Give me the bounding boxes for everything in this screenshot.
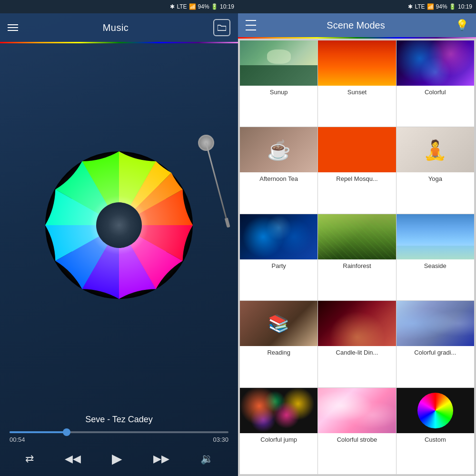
bluetooth-icon-right: ✱ [408,3,413,10]
repeat-button[interactable]: ⇄ [25,453,34,465]
status-bar-right: ✱ LTE 📶 94% 🔋 10:19 [238,0,476,13]
progress-thumb [63,428,70,436]
wheel-area [0,43,238,407]
scene-image-seaside [397,214,474,259]
time-right: 10:19 [458,3,472,10]
progress-fill [10,431,67,433]
signal-bars-right: 📶 [427,3,434,10]
scene-label-colorful-strobe: Colorful strobe [335,433,379,446]
scene-item-rainforest[interactable]: Rainforest [318,214,396,300]
music-title: Music [103,22,129,33]
total-time: 03:30 [213,436,228,443]
scene-label-yoga: Yoga [426,172,444,185]
music-panel: Music [0,13,238,476]
scene-grid-wrapper: Sunup Sunset Colorful Afternoon Tea [238,39,476,476]
time-row: 00:54 03:30 [10,436,228,443]
scene-image-colorful [397,40,474,86]
scene-grid: Sunup Sunset Colorful Afternoon Tea [238,39,476,476]
status-bar-left: ✱ LTE 📶 94% 🔋 10:19 [0,0,238,13]
scene-image-colorful-jump [240,388,317,433]
tonearm [171,135,214,230]
scene-title: Scene Modes [327,20,385,31]
bluetooth-icon-left: ✱ [170,3,175,10]
song-title: Seve - Tez Cadey [10,415,228,425]
scene-image-custom [397,388,474,433]
scene-item-sunset[interactable]: Sunset [318,40,396,127]
main-content: Music [0,13,476,476]
scene-image-sunset [318,40,396,86]
scene-label-seaside: Seaside [422,259,448,272]
scene-item-candle[interactable]: Candle-lit Din... [318,301,396,387]
scene-item-colorful[interactable]: Colorful [397,40,474,127]
scene-image-sunup [240,40,317,86]
scene-label-sunup: Sunup [268,86,290,99]
scene-image-colorful-grad [397,301,474,346]
scene-label-colorful-jump: Colorful jump [258,433,299,446]
next-button[interactable]: ▶▶ [153,453,169,465]
scene-label-custom: Custom [423,433,448,446]
scene-menu-icon[interactable] [246,20,256,30]
signal-bars-left: 📶 [189,3,196,10]
bulb-icon[interactable]: 💡 [456,19,468,31]
menu-icon[interactable] [8,24,18,31]
svg-point-2 [96,202,142,248]
scene-item-colorful-grad[interactable]: Colorful gradi... [397,301,474,387]
scene-item-colorful-strobe[interactable]: Colorful strobe [318,388,396,474]
status-bar: ✱ LTE 📶 94% 🔋 10:19 ✱ LTE 📶 94% 🔋 10:19 [0,0,476,13]
scene-header: Scene Modes 💡 [238,13,476,39]
current-time: 00:54 [10,436,25,443]
prev-button[interactable]: ◀◀ [65,453,81,465]
play-button[interactable]: ▶ [112,451,122,466]
scene-label-party: Party [269,259,288,272]
scene-image-afternoon-tea [240,127,317,172]
color-wheel-container [38,144,200,306]
scene-item-yoga[interactable]: Yoga [397,127,474,213]
scene-panel: Scene Modes 💡 Sunup Sunset [238,13,476,476]
volume-button[interactable]: 🔉 [200,453,213,465]
lte-icon-left: LTE [177,3,187,10]
scene-item-custom[interactable]: Custom [397,388,474,474]
controls-row: ⇄ ◀◀ ▶ ▶▶ 🔉 [10,451,228,466]
scene-label-rainforest: Rainforest [341,259,373,272]
folder-button[interactable] [213,19,230,36]
music-header: Music [0,13,238,43]
scene-image-rainforest [318,214,396,259]
scene-item-colorful-jump[interactable]: Colorful jump [240,388,317,474]
scene-image-reading [240,301,317,346]
scene-label-colorful: Colorful [423,86,448,99]
scene-label-reading: Reading [265,346,292,359]
scene-image-party [240,214,317,259]
scene-item-afternoon-tea[interactable]: Afternoon Tea [240,127,317,213]
time-left: 10:19 [220,3,234,10]
scene-label-sunset: Sunset [346,86,368,99]
battery-right: 94% 🔋 [436,3,456,10]
scene-label-candle: Candle-lit Din... [334,346,380,359]
scene-image-colorful-strobe [318,388,396,433]
scene-label-afternoon-tea: Afternoon Tea [258,172,300,185]
scene-image-repel [318,127,396,172]
scene-item-repel[interactable]: Repel Mosqu... [318,127,396,213]
scene-label-repel: Repel Mosqu... [334,172,379,185]
lte-icon-right: LTE [415,3,425,10]
scene-item-seaside[interactable]: Seaside [397,214,474,300]
scene-item-reading[interactable]: Reading [240,301,317,387]
player-section: Seve - Tez Cadey 00:54 03:30 ⇄ ◀◀ ▶ ▶▶ 🔉 [0,407,238,476]
progress-bar[interactable] [10,431,228,433]
scene-item-party[interactable]: Party [240,214,317,300]
progress-track [10,431,228,433]
scene-image-yoga [397,127,474,172]
scene-label-colorful-grad: Colorful gradi... [412,346,458,359]
scene-item-sunup[interactable]: Sunup [240,40,317,127]
scene-image-candle [318,301,396,346]
battery-left: 94% 🔋 [198,3,218,10]
